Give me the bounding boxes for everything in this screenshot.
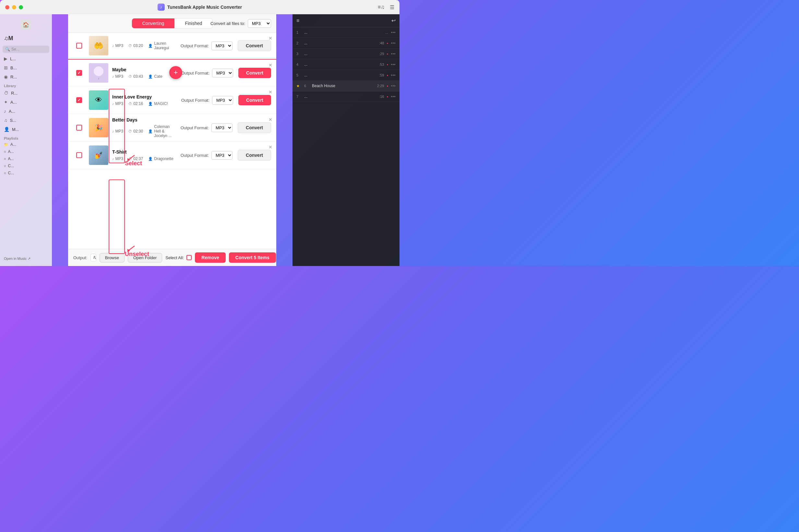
library-section-label: Library — [0, 81, 52, 89]
track-1-artwork: 🤲 — [89, 36, 108, 55]
track-3-format: ♪ MP3 — [112, 101, 123, 106]
main-layout: 🏠 ♫M 🔍 Se... ▶ L... ⊞ B... ◉ R... Librar… — [0, 14, 399, 266]
menu-icon[interactable]: ☰ — [390, 4, 394, 11]
maximize-button[interactable] — [19, 5, 23, 10]
track-2-title: Maybe — [112, 67, 176, 72]
browse-button[interactable]: Browse — [99, 253, 125, 262]
list-item[interactable]: 4 ... :53 ● ••• — [292, 59, 399, 70]
tab-finished[interactable]: Finished — [175, 18, 212, 28]
track-3-close-button[interactable]: ✕ — [269, 90, 272, 94]
titlebar-right: ≡♫ ☰ — [378, 4, 394, 11]
convert-all-format-area: Convert all files to: MP3 M4A FLAC AAC — [211, 19, 271, 28]
sidebar-item-listen[interactable]: ▶ L... — [0, 54, 52, 63]
track-3-output-format-select[interactable]: MP3 — [212, 96, 233, 104]
albums-icon: ♪ — [4, 109, 6, 114]
list-item[interactable]: 7 ... :16 ● ••• — [292, 91, 399, 102]
track-2-convert-button[interactable]: Convert — [238, 68, 271, 78]
track-1-output-area: Output Format: MP3 — [181, 41, 233, 50]
track-3-convert-button[interactable]: Convert — [238, 95, 271, 105]
track-4-duration: ⏱ 02:30 — [128, 129, 143, 133]
format-icon-4: ♪ — [112, 129, 114, 133]
track-4-checkbox[interactable] — [76, 125, 82, 131]
playlist-item-2[interactable]: ≡ A... — [0, 148, 52, 155]
track-2-checkbox-area — [73, 70, 85, 76]
list-item[interactable]: 1 ... ... ••• — [292, 27, 399, 38]
track-2-close-button[interactable]: ✕ — [269, 63, 272, 68]
playlist-item-3[interactable]: ≡ A... — [0, 155, 52, 162]
track-2-output-format-select[interactable]: MP3 — [212, 69, 233, 77]
track-5-convert-button[interactable]: Convert — [238, 150, 271, 161]
track-5-info: T-Shirt ♪ MP3 ⏱ 02:37 — [112, 149, 176, 161]
right-panel-items: 1 ... ... ••• 2 ... :48 ● ••• 3 ... :29 … — [292, 27, 399, 266]
list-icon[interactable]: ≡ — [296, 18, 299, 24]
sidebar-item-albums[interactable]: ♪ A... — [0, 107, 52, 116]
playlist-icon-5: ≡ — [4, 171, 6, 175]
track-3-checkbox[interactable] — [76, 97, 82, 103]
tab-converting[interactable]: Converting — [132, 18, 175, 28]
sidebar-item-radio[interactable]: ◉ R... — [0, 72, 52, 81]
select-all-checkbox[interactable] — [186, 255, 192, 260]
add-tracks-button[interactable]: + — [169, 66, 182, 79]
playlist-item-1[interactable]: 📁 A... — [0, 141, 52, 148]
track-5-close-button[interactable]: ✕ — [269, 145, 272, 149]
right-panel-header: ≡ ↩ — [292, 14, 399, 27]
track-4-convert-button[interactable]: Convert — [238, 122, 271, 133]
sidebar-item-songs[interactable]: ♫ S... — [0, 116, 52, 125]
track-2-artwork — [89, 63, 108, 83]
track-5-title: T-Shirt — [112, 149, 176, 155]
list-item[interactable]: 3 ... :29 ● ••• — [292, 49, 399, 59]
list-item[interactable]: 5 ... :59 ● ••• — [292, 70, 399, 81]
track-1-convert-button[interactable]: Convert — [238, 40, 271, 51]
queue-icon[interactable]: ≡♫ — [378, 4, 385, 10]
format-icon-2: ♪ — [112, 75, 114, 78]
track-list: 🤲 ♪ MP3 ⏱ 03:20 — [68, 33, 276, 249]
track-2-checkbox[interactable] — [76, 70, 82, 76]
sidebar-item-listen-label: L... — [10, 56, 16, 61]
track-5-artist: 👤 Dragonette — [148, 156, 173, 161]
panel-close-icon[interactable]: ↩ — [392, 18, 396, 24]
minimize-button[interactable] — [12, 5, 16, 10]
sidebar-item-recent[interactable]: ⏱ R... — [0, 89, 52, 97]
track-2-output-area: Output Format: MP3 — [181, 69, 233, 77]
track-4-checkbox-area — [73, 125, 85, 131]
track-4-artwork: 🎉 — [89, 118, 108, 137]
table-row: 💅 T-Shirt ♪ MP3 ⏱ 02:37 — [68, 141, 276, 169]
list-item[interactable]: 2 ... :48 ● ••• — [292, 38, 399, 49]
track-5-artwork: 💅 — [89, 146, 108, 165]
artists-icon: ✦ — [4, 99, 8, 104]
track-1-duration: ⏱ 03:20 — [128, 43, 143, 48]
sidebar-item-browse[interactable]: ⊞ B... — [0, 63, 52, 72]
table-row: 🤲 ♪ MP3 ⏱ 03:20 — [68, 33, 276, 59]
sidebar-item-artists[interactable]: ✦ A... — [0, 97, 52, 107]
playlist-icon-4: ≡ — [4, 164, 6, 168]
table-row: 👁 Inner Love Energy ♪ MP3 ⏱ 02:16 — [68, 87, 276, 114]
track-2-format: ♪ MP3 — [112, 74, 123, 79]
track-5-meta: ♪ MP3 ⏱ 02:37 👤 Dragonette — [112, 156, 176, 161]
app-icon: ♪ — [158, 4, 165, 11]
sidebar-search[interactable]: 🔍 Se... — [3, 46, 49, 53]
track-4-output-area: Output Format: MP3 — [181, 124, 233, 132]
convert-all-format-select[interactable]: MP3 M4A FLAC AAC — [248, 19, 271, 28]
track-5-checkbox[interactable] — [76, 152, 82, 158]
track-5-output-format-select[interactable]: MP3 — [212, 151, 233, 160]
track-4-output-format-select[interactable]: MP3 — [212, 124, 233, 132]
list-item[interactable]: ★ 6 Beach House 2:29 ● ••• — [292, 81, 399, 91]
track-5-format: ♪ MP3 — [112, 156, 123, 161]
clock-icon-2: ⏱ — [128, 75, 132, 78]
convert-all-button[interactable]: Convert 5 Items — [229, 252, 276, 263]
track-1-output-format-select[interactable]: MP3 — [212, 41, 233, 50]
open-folder-button[interactable]: Open Folder — [128, 253, 162, 262]
track-1-checkbox[interactable] — [76, 43, 82, 49]
open-in-music-link[interactable]: Open in Music ↗ — [0, 254, 52, 263]
track-4-close-button[interactable]: ✕ — [269, 117, 272, 122]
track-3-output-area: Output Format: MP3 — [181, 96, 233, 104]
sidebar-item-music[interactable]: 👤 M... — [0, 125, 52, 134]
app-title: TunesBank Apple Music Converter — [167, 4, 242, 10]
track-1-close-button[interactable]: ✕ — [269, 36, 272, 40]
playlist-item-4[interactable]: ≡ C... — [0, 162, 52, 169]
remove-button[interactable]: Remove — [195, 252, 225, 263]
close-button[interactable] — [5, 5, 10, 10]
playlist-item-5[interactable]: ≡ C... — [0, 169, 52, 176]
output-format-label-3: Output Format: — [181, 98, 210, 103]
home-button[interactable]: 🏠 — [21, 19, 31, 30]
